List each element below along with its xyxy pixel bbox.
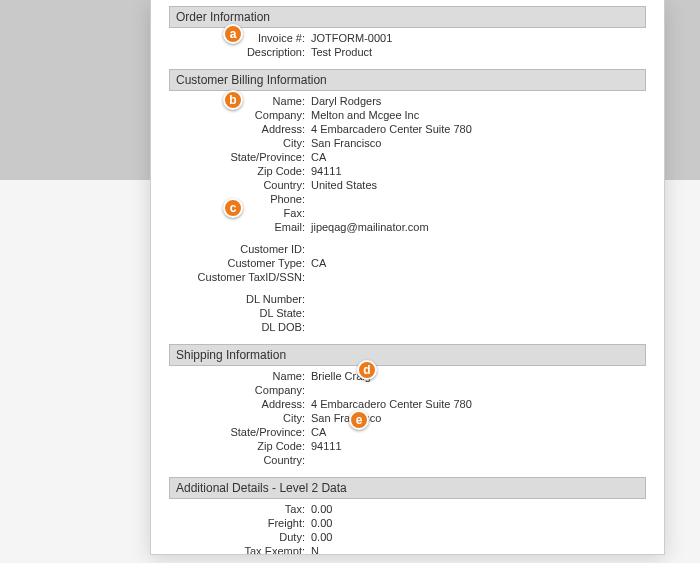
value: JOTFORM-0001 <box>309 31 646 45</box>
row-customer-taxid: Customer TaxID/SSN: <box>169 270 646 284</box>
section-header-additional: Additional Details - Level 2 Data <box>169 477 646 499</box>
value: 4 Embarcadero Center Suite 780 <box>309 397 646 411</box>
value <box>309 206 646 220</box>
row-tax-exempt: Tax Exempt:N <box>169 544 646 554</box>
annotation-marker-e: e <box>349 410 369 430</box>
value: Daryl Rodgers <box>309 94 646 108</box>
row-ship-city: City:San Francisco <box>169 411 646 425</box>
row-ship-address: Address:4 Embarcadero Center Suite 780 <box>169 397 646 411</box>
row-freight: Freight:0.00 <box>169 516 646 530</box>
row-duty: Duty:0.00 <box>169 530 646 544</box>
label: DL State: <box>169 306 309 320</box>
label: Tax Exempt: <box>169 544 309 554</box>
value: San Francisco <box>309 136 646 150</box>
label: State/Province: <box>169 150 309 164</box>
label: Tax: <box>169 502 309 516</box>
row-company: Company:Melton and Mcgee Inc <box>169 108 646 122</box>
label: Customer Type: <box>169 256 309 270</box>
annotation-marker-b: b <box>223 90 243 110</box>
row-customer-id: Customer ID: <box>169 242 646 256</box>
section-header-billing: Customer Billing Information <box>169 69 646 91</box>
label: Address: <box>169 397 309 411</box>
order-modal: Order Information Invoice #: JOTFORM-000… <box>150 0 665 555</box>
value <box>309 242 646 256</box>
label: Zip Code: <box>169 439 309 453</box>
value: Test Product <box>309 45 646 59</box>
label: Email: <box>169 220 309 234</box>
row-ship-zip: Zip Code:94111 <box>169 439 646 453</box>
row-customer-type: Customer Type:CA <box>169 256 646 270</box>
section-title: Shipping Information <box>176 348 286 362</box>
section-body-shipping: Name:Brielle Craig Company: Address:4 Em… <box>169 366 646 473</box>
label: Zip Code: <box>169 164 309 178</box>
label: Duty: <box>169 530 309 544</box>
annotation-marker-d: d <box>357 360 377 380</box>
value <box>309 292 646 306</box>
row-ship-name: Name:Brielle Craig <box>169 369 646 383</box>
row-tax: Tax:0.00 <box>169 502 646 516</box>
section-title: Order Information <box>176 10 270 24</box>
annotation-marker-a: a <box>223 24 243 44</box>
value <box>309 453 646 467</box>
value <box>309 270 646 284</box>
label: Customer ID: <box>169 242 309 256</box>
value <box>309 320 646 334</box>
value: United States <box>309 178 646 192</box>
label: DL Number: <box>169 292 309 306</box>
label: Company: <box>169 383 309 397</box>
label: Freight: <box>169 516 309 530</box>
section-title: Additional Details - Level 2 Data <box>176 481 347 495</box>
value <box>309 383 646 397</box>
section-header-order: Order Information <box>169 6 646 28</box>
label: Company: <box>169 108 309 122</box>
section-body-additional: Tax:0.00 Freight:0.00 Duty:0.00 Tax Exem… <box>169 499 646 554</box>
annotation-marker-c: c <box>223 198 243 218</box>
value <box>309 306 646 320</box>
row-ship-country: Country: <box>169 453 646 467</box>
row-state: State/Province:CA <box>169 150 646 164</box>
row-dl-state: DL State: <box>169 306 646 320</box>
value: 94111 <box>309 439 646 453</box>
row-dl-number: DL Number: <box>169 292 646 306</box>
label: City: <box>169 136 309 150</box>
section-body-billing: Name:Daryl Rodgers Company:Melton and Mc… <box>169 91 646 340</box>
row-email: Email:jipeqag@mailinator.com <box>169 220 646 234</box>
value: 94111 <box>309 164 646 178</box>
value <box>309 192 646 206</box>
row-country: Country:United States <box>169 178 646 192</box>
label: Country: <box>169 178 309 192</box>
value: CA <box>309 256 646 270</box>
section-title: Customer Billing Information <box>176 73 327 87</box>
row-description: Description: Test Product <box>169 45 646 59</box>
row-ship-company: Company: <box>169 383 646 397</box>
label: DL DOB: <box>169 320 309 334</box>
row-zip: Zip Code:94111 <box>169 164 646 178</box>
label: Country: <box>169 453 309 467</box>
label: City: <box>169 411 309 425</box>
row-address: Address:4 Embarcadero Center Suite 780 <box>169 122 646 136</box>
row-ship-state: State/Province:CA <box>169 425 646 439</box>
value: 0.00 <box>309 502 646 516</box>
label: Customer TaxID/SSN: <box>169 270 309 284</box>
value: N <box>309 544 646 554</box>
value: jipeqag@mailinator.com <box>309 220 646 234</box>
value: 4 Embarcadero Center Suite 780 <box>309 122 646 136</box>
label: Name: <box>169 369 309 383</box>
label: State/Province: <box>169 425 309 439</box>
label: Address: <box>169 122 309 136</box>
value: 0.00 <box>309 516 646 530</box>
value: 0.00 <box>309 530 646 544</box>
value: CA <box>309 150 646 164</box>
row-city: City:San Francisco <box>169 136 646 150</box>
section-header-shipping: Shipping Information <box>169 344 646 366</box>
label: Description: <box>169 45 309 59</box>
value: Melton and Mcgee Inc <box>309 108 646 122</box>
row-dl-dob: DL DOB: <box>169 320 646 334</box>
